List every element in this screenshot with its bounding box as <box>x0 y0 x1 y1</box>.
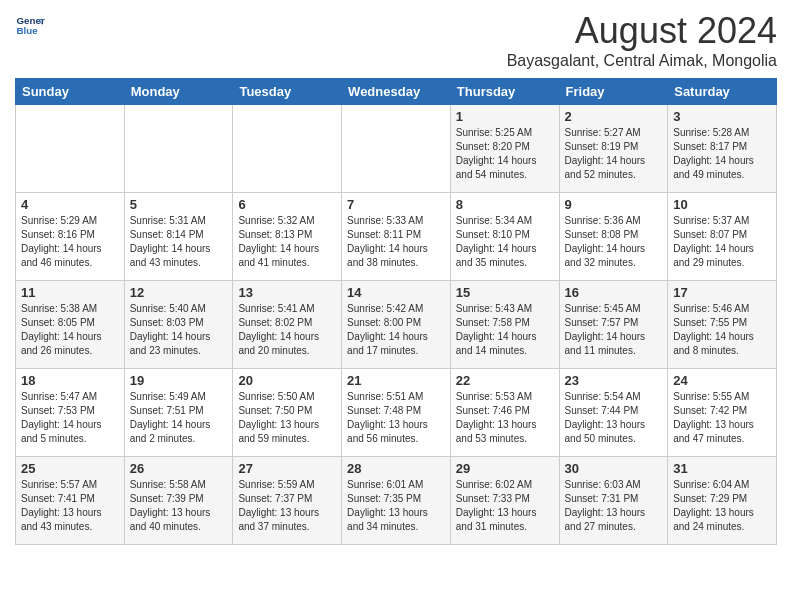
day-info: Sunrise: 5:45 AMSunset: 7:57 PMDaylight:… <box>565 302 663 358</box>
day-cell-4-4: 29Sunrise: 6:02 AMSunset: 7:33 PMDayligh… <box>450 457 559 545</box>
location: Bayasgalant, Central Aimak, Mongolia <box>507 52 777 70</box>
day-info: Sunrise: 5:42 AMSunset: 8:00 PMDaylight:… <box>347 302 445 358</box>
day-info: Sunrise: 5:28 AMSunset: 8:17 PMDaylight:… <box>673 126 771 182</box>
week-row-2: 4Sunrise: 5:29 AMSunset: 8:16 PMDaylight… <box>16 193 777 281</box>
day-info: Sunrise: 5:34 AMSunset: 8:10 PMDaylight:… <box>456 214 554 270</box>
day-number: 23 <box>565 373 663 388</box>
day-cell-3-2: 20Sunrise: 5:50 AMSunset: 7:50 PMDayligh… <box>233 369 342 457</box>
day-cell-2-3: 14Sunrise: 5:42 AMSunset: 8:00 PMDayligh… <box>342 281 451 369</box>
day-info: Sunrise: 5:25 AMSunset: 8:20 PMDaylight:… <box>456 126 554 182</box>
day-number: 13 <box>238 285 336 300</box>
day-cell-1-6: 10Sunrise: 5:37 AMSunset: 8:07 PMDayligh… <box>668 193 777 281</box>
day-cell-4-1: 26Sunrise: 5:58 AMSunset: 7:39 PMDayligh… <box>124 457 233 545</box>
weekday-header-row: Sunday Monday Tuesday Wednesday Thursday… <box>16 79 777 105</box>
day-number: 7 <box>347 197 445 212</box>
day-number: 26 <box>130 461 228 476</box>
day-cell-4-2: 27Sunrise: 5:59 AMSunset: 7:37 PMDayligh… <box>233 457 342 545</box>
day-cell-3-4: 22Sunrise: 5:53 AMSunset: 7:46 PMDayligh… <box>450 369 559 457</box>
day-number: 21 <box>347 373 445 388</box>
day-cell-2-4: 15Sunrise: 5:43 AMSunset: 7:58 PMDayligh… <box>450 281 559 369</box>
day-cell-4-6: 31Sunrise: 6:04 AMSunset: 7:29 PMDayligh… <box>668 457 777 545</box>
header-friday: Friday <box>559 79 668 105</box>
day-number: 18 <box>21 373 119 388</box>
day-number: 19 <box>130 373 228 388</box>
day-number: 20 <box>238 373 336 388</box>
day-info: Sunrise: 6:04 AMSunset: 7:29 PMDaylight:… <box>673 478 771 534</box>
day-number: 14 <box>347 285 445 300</box>
day-cell-0-4: 1Sunrise: 5:25 AMSunset: 8:20 PMDaylight… <box>450 105 559 193</box>
day-cell-4-5: 30Sunrise: 6:03 AMSunset: 7:31 PMDayligh… <box>559 457 668 545</box>
day-info: Sunrise: 5:57 AMSunset: 7:41 PMDaylight:… <box>21 478 119 534</box>
day-cell-1-0: 4Sunrise: 5:29 AMSunset: 8:16 PMDaylight… <box>16 193 125 281</box>
day-cell-3-1: 19Sunrise: 5:49 AMSunset: 7:51 PMDayligh… <box>124 369 233 457</box>
day-number: 17 <box>673 285 771 300</box>
day-info: Sunrise: 5:27 AMSunset: 8:19 PMDaylight:… <box>565 126 663 182</box>
header-tuesday: Tuesday <box>233 79 342 105</box>
day-cell-2-2: 13Sunrise: 5:41 AMSunset: 8:02 PMDayligh… <box>233 281 342 369</box>
calendar-container: General Blue August 2024 Bayasgalant, Ce… <box>0 0 792 555</box>
week-row-5: 25Sunrise: 5:57 AMSunset: 7:41 PMDayligh… <box>16 457 777 545</box>
day-info: Sunrise: 5:58 AMSunset: 7:39 PMDaylight:… <box>130 478 228 534</box>
day-cell-2-5: 16Sunrise: 5:45 AMSunset: 7:57 PMDayligh… <box>559 281 668 369</box>
day-number: 22 <box>456 373 554 388</box>
svg-text:General: General <box>17 15 46 26</box>
day-info: Sunrise: 5:32 AMSunset: 8:13 PMDaylight:… <box>238 214 336 270</box>
day-info: Sunrise: 5:49 AMSunset: 7:51 PMDaylight:… <box>130 390 228 446</box>
month-year: August 2024 <box>507 10 777 52</box>
title-area: August 2024 Bayasgalant, Central Aimak, … <box>507 10 777 70</box>
header-thursday: Thursday <box>450 79 559 105</box>
day-info: Sunrise: 5:43 AMSunset: 7:58 PMDaylight:… <box>456 302 554 358</box>
day-cell-0-6: 3Sunrise: 5:28 AMSunset: 8:17 PMDaylight… <box>668 105 777 193</box>
header-monday: Monday <box>124 79 233 105</box>
day-info: Sunrise: 6:01 AMSunset: 7:35 PMDaylight:… <box>347 478 445 534</box>
day-info: Sunrise: 5:53 AMSunset: 7:46 PMDaylight:… <box>456 390 554 446</box>
day-info: Sunrise: 5:55 AMSunset: 7:42 PMDaylight:… <box>673 390 771 446</box>
day-number: 30 <box>565 461 663 476</box>
logo: General Blue <box>15 10 47 40</box>
day-number: 25 <box>21 461 119 476</box>
logo-icon: General Blue <box>15 10 45 40</box>
day-cell-0-2 <box>233 105 342 193</box>
header-saturday: Saturday <box>668 79 777 105</box>
day-number: 3 <box>673 109 771 124</box>
day-number: 2 <box>565 109 663 124</box>
day-info: Sunrise: 5:41 AMSunset: 8:02 PMDaylight:… <box>238 302 336 358</box>
day-number: 11 <box>21 285 119 300</box>
svg-text:Blue: Blue <box>17 25 39 36</box>
day-cell-1-5: 9Sunrise: 5:36 AMSunset: 8:08 PMDaylight… <box>559 193 668 281</box>
day-info: Sunrise: 5:50 AMSunset: 7:50 PMDaylight:… <box>238 390 336 446</box>
day-number: 15 <box>456 285 554 300</box>
header: General Blue August 2024 Bayasgalant, Ce… <box>15 10 777 70</box>
day-info: Sunrise: 5:38 AMSunset: 8:05 PMDaylight:… <box>21 302 119 358</box>
day-number: 24 <box>673 373 771 388</box>
day-info: Sunrise: 5:46 AMSunset: 7:55 PMDaylight:… <box>673 302 771 358</box>
day-info: Sunrise: 5:36 AMSunset: 8:08 PMDaylight:… <box>565 214 663 270</box>
day-cell-1-2: 6Sunrise: 5:32 AMSunset: 8:13 PMDaylight… <box>233 193 342 281</box>
day-info: Sunrise: 5:47 AMSunset: 7:53 PMDaylight:… <box>21 390 119 446</box>
day-number: 8 <box>456 197 554 212</box>
day-cell-1-3: 7Sunrise: 5:33 AMSunset: 8:11 PMDaylight… <box>342 193 451 281</box>
day-info: Sunrise: 5:54 AMSunset: 7:44 PMDaylight:… <box>565 390 663 446</box>
day-cell-3-5: 23Sunrise: 5:54 AMSunset: 7:44 PMDayligh… <box>559 369 668 457</box>
day-info: Sunrise: 5:40 AMSunset: 8:03 PMDaylight:… <box>130 302 228 358</box>
day-info: Sunrise: 5:37 AMSunset: 8:07 PMDaylight:… <box>673 214 771 270</box>
day-info: Sunrise: 5:59 AMSunset: 7:37 PMDaylight:… <box>238 478 336 534</box>
day-cell-1-4: 8Sunrise: 5:34 AMSunset: 8:10 PMDaylight… <box>450 193 559 281</box>
day-number: 28 <box>347 461 445 476</box>
day-cell-4-3: 28Sunrise: 6:01 AMSunset: 7:35 PMDayligh… <box>342 457 451 545</box>
day-cell-4-0: 25Sunrise: 5:57 AMSunset: 7:41 PMDayligh… <box>16 457 125 545</box>
day-number: 9 <box>565 197 663 212</box>
header-wednesday: Wednesday <box>342 79 451 105</box>
day-number: 27 <box>238 461 336 476</box>
week-row-3: 11Sunrise: 5:38 AMSunset: 8:05 PMDayligh… <box>16 281 777 369</box>
week-row-1: 1Sunrise: 5:25 AMSunset: 8:20 PMDaylight… <box>16 105 777 193</box>
day-number: 16 <box>565 285 663 300</box>
day-cell-0-1 <box>124 105 233 193</box>
day-cell-3-6: 24Sunrise: 5:55 AMSunset: 7:42 PMDayligh… <box>668 369 777 457</box>
day-cell-1-1: 5Sunrise: 5:31 AMSunset: 8:14 PMDaylight… <box>124 193 233 281</box>
day-info: Sunrise: 5:51 AMSunset: 7:48 PMDaylight:… <box>347 390 445 446</box>
day-number: 1 <box>456 109 554 124</box>
day-number: 5 <box>130 197 228 212</box>
day-info: Sunrise: 6:02 AMSunset: 7:33 PMDaylight:… <box>456 478 554 534</box>
day-cell-2-0: 11Sunrise: 5:38 AMSunset: 8:05 PMDayligh… <box>16 281 125 369</box>
